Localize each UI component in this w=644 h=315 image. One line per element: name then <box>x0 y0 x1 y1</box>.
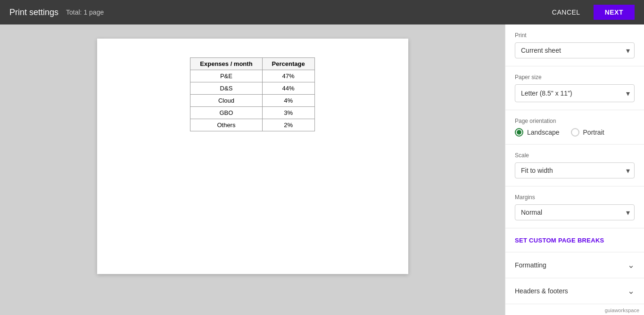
header: Print settings Total: 1 page CANCEL NEXT <box>0 0 644 24</box>
paper-size-select[interactable]: Letter (8.5" x 11") A4 Legal <box>515 84 635 102</box>
table-cell: 3% <box>262 107 314 119</box>
headers-footers-chevron-icon: ⌄ <box>627 286 635 296</box>
table-row: P&E47% <box>190 70 314 82</box>
headers-footers-header[interactable]: Headers & footers ⌄ <box>505 278 644 304</box>
table-cell: P&E <box>190 70 262 82</box>
table-cell: 47% <box>262 70 314 82</box>
margins-dropdown-wrapper: Normal Narrow Wide ▾ <box>515 204 635 220</box>
landscape-radio-circle[interactable] <box>515 128 523 137</box>
header-left: Print settings Total: 1 page <box>9 8 104 17</box>
table-cell: 44% <box>262 82 314 95</box>
formatting-chevron-icon: ⌄ <box>627 260 635 270</box>
scale-dropdown-wrapper: Fit to width Normal 100% 50% ▾ <box>515 162 635 178</box>
headers-footers-section: Headers & footers ⌄ <box>505 278 644 304</box>
table-row: Others2% <box>190 119 314 131</box>
page-title: Print settings <box>9 8 58 17</box>
print-label: Print <box>515 32 635 39</box>
table-row: Cloud4% <box>190 95 314 107</box>
margins-section: Margins Normal Narrow Wide ▾ <box>505 186 644 228</box>
portrait-label: Portrait <box>583 129 604 136</box>
scale-select[interactable]: Fit to width Normal 100% 50% <box>515 162 635 178</box>
paper-size-section: Paper size Letter (8.5" x 11") A4 Legal … <box>505 66 644 110</box>
portrait-option[interactable]: Portrait <box>571 128 604 137</box>
table-cell: Cloud <box>190 95 262 107</box>
formatting-header[interactable]: Formatting ⌄ <box>505 252 644 278</box>
table-cell: D&S <box>190 82 262 95</box>
table-row: GBO3% <box>190 107 314 119</box>
landscape-label: Landscape <box>527 129 560 136</box>
paper-size-label: Paper size <box>515 74 635 81</box>
margins-label: Margins <box>515 194 635 201</box>
header-right: CANCEL NEXT <box>545 5 635 20</box>
table-cell: GBO <box>190 107 262 119</box>
landscape-option[interactable]: Landscape <box>515 128 560 137</box>
attribution: guiaworkspace <box>605 307 639 313</box>
landscape-radio-dot <box>517 130 521 135</box>
custom-breaks-link[interactable]: SET CUSTOM PAGE BREAKS <box>515 237 604 244</box>
paper-preview: Expenses / month Percentage P&E47%D&S44%… <box>97 39 408 274</box>
print-section: Print Current sheet All sheets Selected … <box>505 24 644 66</box>
table-row: D&S44% <box>190 82 314 95</box>
col-header-percentage: Percentage <box>262 58 314 70</box>
orientation-row: Landscape Portrait <box>515 128 635 137</box>
print-select[interactable]: Current sheet All sheets Selected cells <box>515 42 635 58</box>
table-cell: Others <box>190 119 262 131</box>
print-dropdown-wrapper: Current sheet All sheets Selected cells … <box>515 42 635 58</box>
orientation-section: Page orientation Landscape Portrait <box>505 110 644 145</box>
table-cell: 2% <box>262 119 314 131</box>
col-header-expenses: Expenses / month <box>190 58 262 70</box>
paper-size-dropdown-wrapper: Letter (8.5" x 11") A4 Legal ▾ <box>515 84 635 102</box>
custom-breaks-section: SET CUSTOM PAGE BREAKS <box>505 228 644 252</box>
portrait-radio-circle[interactable] <box>571 128 579 137</box>
preview-table: Expenses / month Percentage P&E47%D&S44%… <box>190 57 314 131</box>
page-subtitle: Total: 1 page <box>66 8 104 16</box>
preview-area: Expenses / month Percentage P&E47%D&S44%… <box>0 24 505 315</box>
formatting-title: Formatting <box>515 261 546 269</box>
table-cell: 4% <box>262 95 314 107</box>
formatting-section: Formatting ⌄ <box>505 252 644 278</box>
next-button[interactable]: NEXT <box>594 5 635 20</box>
settings-panel: Print Current sheet All sheets Selected … <box>505 24 644 315</box>
cancel-button[interactable]: CANCEL <box>545 5 588 20</box>
headers-footers-title: Headers & footers <box>515 287 568 295</box>
scale-label: Scale <box>515 152 635 159</box>
margins-select[interactable]: Normal Narrow Wide <box>515 204 635 220</box>
orientation-label: Page orientation <box>515 118 635 124</box>
scale-section: Scale Fit to width Normal 100% 50% ▾ <box>505 145 644 186</box>
main-layout: Expenses / month Percentage P&E47%D&S44%… <box>0 24 644 315</box>
